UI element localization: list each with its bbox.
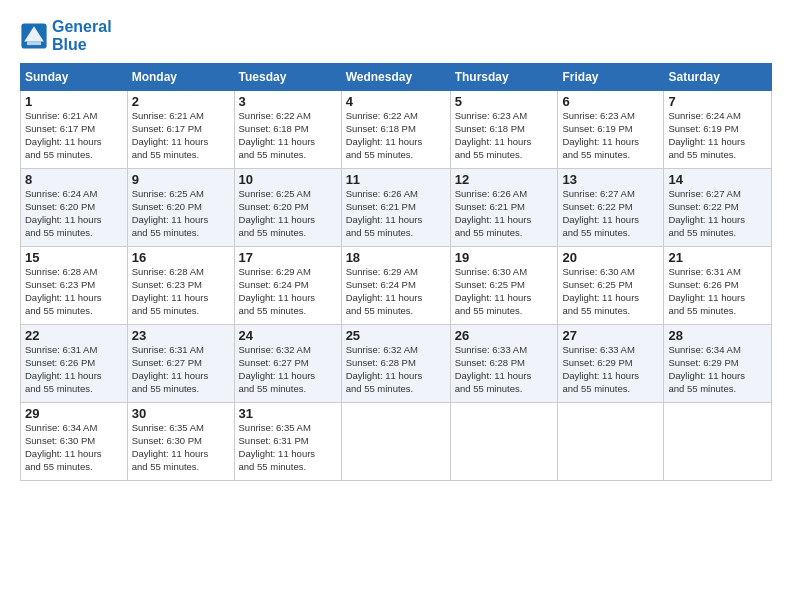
day-number: 7	[668, 94, 767, 109]
day-number: 28	[668, 328, 767, 343]
day-detail: Sunrise: 6:26 AMSunset: 6:21 PMDaylight:…	[346, 188, 446, 239]
calendar-cell: 13Sunrise: 6:27 AMSunset: 6:22 PMDayligh…	[558, 169, 664, 247]
calendar-cell: 27Sunrise: 6:33 AMSunset: 6:29 PMDayligh…	[558, 325, 664, 403]
day-detail: Sunrise: 6:22 AMSunset: 6:18 PMDaylight:…	[239, 110, 337, 161]
day-number: 16	[132, 250, 230, 265]
calendar-week-row: 15Sunrise: 6:28 AMSunset: 6:23 PMDayligh…	[21, 247, 772, 325]
day-detail: Sunrise: 6:31 AMSunset: 6:27 PMDaylight:…	[132, 344, 230, 395]
calendar-header-cell: Sunday	[21, 64, 128, 91]
calendar-cell: 6Sunrise: 6:23 AMSunset: 6:19 PMDaylight…	[558, 91, 664, 169]
calendar-cell	[664, 403, 772, 481]
calendar-table: SundayMondayTuesdayWednesdayThursdayFrid…	[20, 63, 772, 481]
day-detail: Sunrise: 6:32 AMSunset: 6:27 PMDaylight:…	[239, 344, 337, 395]
calendar-cell: 5Sunrise: 6:23 AMSunset: 6:18 PMDaylight…	[450, 91, 558, 169]
day-number: 11	[346, 172, 446, 187]
day-number: 29	[25, 406, 123, 421]
day-detail: Sunrise: 6:34 AMSunset: 6:29 PMDaylight:…	[668, 344, 767, 395]
day-detail: Sunrise: 6:35 AMSunset: 6:31 PMDaylight:…	[239, 422, 337, 473]
day-number: 26	[455, 328, 554, 343]
calendar-week-row: 8Sunrise: 6:24 AMSunset: 6:20 PMDaylight…	[21, 169, 772, 247]
calendar-header-cell: Saturday	[664, 64, 772, 91]
calendar-header-row: SundayMondayTuesdayWednesdayThursdayFrid…	[21, 64, 772, 91]
calendar-cell: 29Sunrise: 6:34 AMSunset: 6:30 PMDayligh…	[21, 403, 128, 481]
day-number: 31	[239, 406, 337, 421]
calendar-cell: 30Sunrise: 6:35 AMSunset: 6:30 PMDayligh…	[127, 403, 234, 481]
calendar-cell	[558, 403, 664, 481]
day-detail: Sunrise: 6:31 AMSunset: 6:26 PMDaylight:…	[25, 344, 123, 395]
day-detail: Sunrise: 6:30 AMSunset: 6:25 PMDaylight:…	[562, 266, 659, 317]
calendar-header-cell: Friday	[558, 64, 664, 91]
calendar-cell: 9Sunrise: 6:25 AMSunset: 6:20 PMDaylight…	[127, 169, 234, 247]
calendar-cell: 18Sunrise: 6:29 AMSunset: 6:24 PMDayligh…	[341, 247, 450, 325]
day-number: 14	[668, 172, 767, 187]
calendar-cell: 7Sunrise: 6:24 AMSunset: 6:19 PMDaylight…	[664, 91, 772, 169]
day-detail: Sunrise: 6:27 AMSunset: 6:22 PMDaylight:…	[668, 188, 767, 239]
calendar-cell: 20Sunrise: 6:30 AMSunset: 6:25 PMDayligh…	[558, 247, 664, 325]
calendar-cell: 1Sunrise: 6:21 AMSunset: 6:17 PMDaylight…	[21, 91, 128, 169]
day-number: 21	[668, 250, 767, 265]
day-number: 22	[25, 328, 123, 343]
svg-rect-2	[27, 41, 41, 45]
day-number: 15	[25, 250, 123, 265]
day-detail: Sunrise: 6:31 AMSunset: 6:26 PMDaylight:…	[668, 266, 767, 317]
header: General Blue	[20, 18, 772, 53]
day-detail: Sunrise: 6:33 AMSunset: 6:29 PMDaylight:…	[562, 344, 659, 395]
logo-icon	[20, 22, 48, 50]
day-detail: Sunrise: 6:34 AMSunset: 6:30 PMDaylight:…	[25, 422, 123, 473]
logo: General Blue	[20, 18, 112, 53]
day-number: 24	[239, 328, 337, 343]
calendar-cell: 12Sunrise: 6:26 AMSunset: 6:21 PMDayligh…	[450, 169, 558, 247]
day-detail: Sunrise: 6:22 AMSunset: 6:18 PMDaylight:…	[346, 110, 446, 161]
day-detail: Sunrise: 6:33 AMSunset: 6:28 PMDaylight:…	[455, 344, 554, 395]
day-number: 30	[132, 406, 230, 421]
day-number: 27	[562, 328, 659, 343]
day-number: 9	[132, 172, 230, 187]
calendar-header-cell: Monday	[127, 64, 234, 91]
day-number: 1	[25, 94, 123, 109]
day-number: 25	[346, 328, 446, 343]
calendar-cell: 31Sunrise: 6:35 AMSunset: 6:31 PMDayligh…	[234, 403, 341, 481]
day-number: 23	[132, 328, 230, 343]
calendar-cell: 10Sunrise: 6:25 AMSunset: 6:20 PMDayligh…	[234, 169, 341, 247]
calendar-cell: 2Sunrise: 6:21 AMSunset: 6:17 PMDaylight…	[127, 91, 234, 169]
calendar-cell: 14Sunrise: 6:27 AMSunset: 6:22 PMDayligh…	[664, 169, 772, 247]
calendar-cell: 16Sunrise: 6:28 AMSunset: 6:23 PMDayligh…	[127, 247, 234, 325]
calendar-cell: 22Sunrise: 6:31 AMSunset: 6:26 PMDayligh…	[21, 325, 128, 403]
day-detail: Sunrise: 6:23 AMSunset: 6:19 PMDaylight:…	[562, 110, 659, 161]
calendar-cell	[341, 403, 450, 481]
day-detail: Sunrise: 6:21 AMSunset: 6:17 PMDaylight:…	[25, 110, 123, 161]
calendar-cell: 3Sunrise: 6:22 AMSunset: 6:18 PMDaylight…	[234, 91, 341, 169]
day-number: 18	[346, 250, 446, 265]
calendar-cell: 15Sunrise: 6:28 AMSunset: 6:23 PMDayligh…	[21, 247, 128, 325]
logo-text: General Blue	[52, 18, 112, 53]
calendar-cell: 28Sunrise: 6:34 AMSunset: 6:29 PMDayligh…	[664, 325, 772, 403]
day-number: 12	[455, 172, 554, 187]
day-number: 5	[455, 94, 554, 109]
calendar-cell: 17Sunrise: 6:29 AMSunset: 6:24 PMDayligh…	[234, 247, 341, 325]
day-number: 2	[132, 94, 230, 109]
calendar-header-cell: Tuesday	[234, 64, 341, 91]
day-number: 19	[455, 250, 554, 265]
day-detail: Sunrise: 6:32 AMSunset: 6:28 PMDaylight:…	[346, 344, 446, 395]
day-detail: Sunrise: 6:25 AMSunset: 6:20 PMDaylight:…	[239, 188, 337, 239]
day-number: 8	[25, 172, 123, 187]
calendar-cell: 24Sunrise: 6:32 AMSunset: 6:27 PMDayligh…	[234, 325, 341, 403]
calendar-cell: 8Sunrise: 6:24 AMSunset: 6:20 PMDaylight…	[21, 169, 128, 247]
day-number: 20	[562, 250, 659, 265]
calendar-cell: 23Sunrise: 6:31 AMSunset: 6:27 PMDayligh…	[127, 325, 234, 403]
day-detail: Sunrise: 6:27 AMSunset: 6:22 PMDaylight:…	[562, 188, 659, 239]
calendar-week-row: 1Sunrise: 6:21 AMSunset: 6:17 PMDaylight…	[21, 91, 772, 169]
day-detail: Sunrise: 6:28 AMSunset: 6:23 PMDaylight:…	[25, 266, 123, 317]
page: General Blue SundayMondayTuesdayWednesda…	[0, 0, 792, 491]
calendar-cell: 21Sunrise: 6:31 AMSunset: 6:26 PMDayligh…	[664, 247, 772, 325]
calendar-header-cell: Wednesday	[341, 64, 450, 91]
calendar-cell	[450, 403, 558, 481]
day-number: 10	[239, 172, 337, 187]
day-number: 17	[239, 250, 337, 265]
day-detail: Sunrise: 6:25 AMSunset: 6:20 PMDaylight:…	[132, 188, 230, 239]
calendar-week-row: 29Sunrise: 6:34 AMSunset: 6:30 PMDayligh…	[21, 403, 772, 481]
day-detail: Sunrise: 6:29 AMSunset: 6:24 PMDaylight:…	[346, 266, 446, 317]
calendar-cell: 19Sunrise: 6:30 AMSunset: 6:25 PMDayligh…	[450, 247, 558, 325]
day-detail: Sunrise: 6:26 AMSunset: 6:21 PMDaylight:…	[455, 188, 554, 239]
day-detail: Sunrise: 6:28 AMSunset: 6:23 PMDaylight:…	[132, 266, 230, 317]
